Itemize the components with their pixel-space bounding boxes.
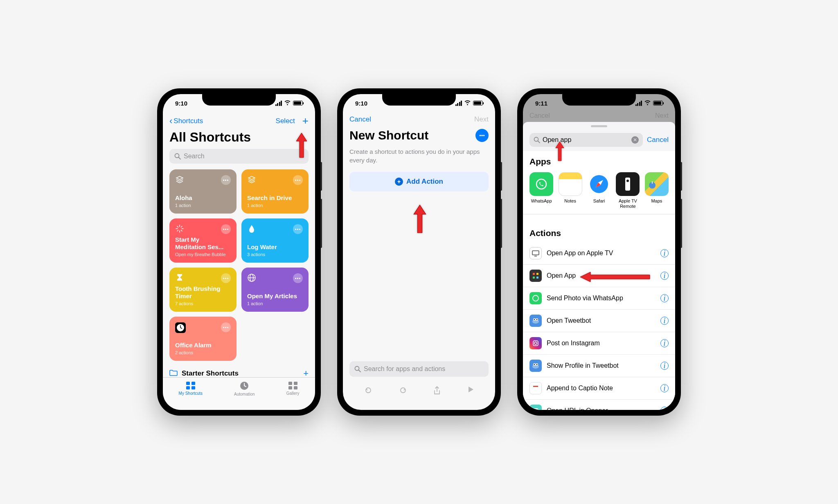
annotation-arrow-icon xyxy=(295,131,308,160)
next-button[interactable]: Next xyxy=(474,115,489,124)
add-action-button[interactable]: + Add Action xyxy=(349,172,489,191)
action-open-tweetbot[interactable]: Open Tweetbot i xyxy=(523,310,675,332)
undo-button[interactable] xyxy=(364,386,373,398)
svg-point-48 xyxy=(534,342,537,344)
opener-icon xyxy=(529,405,542,410)
action-show-profile-tweetbot[interactable]: Show Profile in Tweetbot i xyxy=(523,355,675,377)
globe-icon xyxy=(247,273,256,282)
svg-point-53 xyxy=(536,364,538,365)
svg-rect-22 xyxy=(288,382,292,385)
app-safari[interactable]: Safari xyxy=(587,172,611,209)
battery-icon xyxy=(293,101,303,106)
svg-line-27 xyxy=(359,370,361,372)
svg-point-45 xyxy=(534,319,535,320)
svg-point-41 xyxy=(533,295,538,301)
svg-rect-54 xyxy=(533,408,538,410)
svg-rect-35 xyxy=(532,251,539,255)
status-time: 9:10 xyxy=(355,100,367,107)
info-icon[interactable]: i xyxy=(660,362,669,370)
svg-rect-23 xyxy=(294,382,297,385)
redo-button[interactable] xyxy=(399,386,408,398)
info-icon[interactable]: i xyxy=(660,317,669,325)
shortcut-tile-meditation[interactable]: ••• Start My Meditation Ses...Open my Br… xyxy=(169,218,237,263)
svg-point-52 xyxy=(534,364,535,365)
gallery-icon xyxy=(288,381,298,390)
starter-shortcuts-label: Starter Shortcuts xyxy=(182,369,239,377)
shortcut-tile-tooth[interactable]: ••• Tooth Brushing Timer7 actions xyxy=(169,268,237,312)
add-folder-button[interactable]: + xyxy=(303,368,309,377)
play-button[interactable] xyxy=(467,386,474,398)
info-icon[interactable]: i xyxy=(660,249,669,257)
more-icon[interactable]: ••• xyxy=(221,224,231,234)
editor-toolbar xyxy=(343,382,495,410)
more-icon[interactable]: ••• xyxy=(221,322,231,332)
search-input[interactable]: Search for apps and actions xyxy=(349,361,489,377)
tab-gallery[interactable]: Gallery xyxy=(286,381,300,396)
shortcut-tile-water[interactable]: ••• Log Water3 actions xyxy=(241,218,309,263)
tab-automation[interactable]: Automation xyxy=(234,381,255,396)
whatsapp-icon xyxy=(529,292,542,304)
cellular-icon xyxy=(635,101,642,106)
tab-my-shortcuts[interactable]: My Shortcuts xyxy=(179,381,203,396)
app-appletv-remote[interactable]: Apple TV Remote xyxy=(616,172,640,209)
layers-icon xyxy=(247,175,256,184)
info-icon[interactable]: i xyxy=(660,294,669,302)
action-post-instagram[interactable]: Post on Instagram i xyxy=(523,332,675,355)
svg-rect-25 xyxy=(294,386,297,389)
action-append-captio[interactable]: Append to Captio Note i xyxy=(523,377,675,400)
search-icon xyxy=(174,153,181,160)
info-icon[interactable]: i xyxy=(660,339,669,347)
svg-point-49 xyxy=(532,364,539,369)
search-icon xyxy=(354,366,361,372)
info-icon[interactable]: i xyxy=(660,384,669,392)
whatsapp-icon xyxy=(529,172,553,196)
svg-rect-19 xyxy=(186,386,190,389)
remote-icon xyxy=(616,172,640,196)
cancel-button[interactable]: Cancel xyxy=(647,136,669,144)
more-icon[interactable]: ••• xyxy=(293,175,303,185)
annotation-arrow-icon xyxy=(554,140,566,169)
action-open-app-appletv[interactable]: Open App on Apple TV i xyxy=(523,242,675,265)
more-icon[interactable]: ••• xyxy=(221,273,231,283)
starter-shortcuts-row[interactable]: Starter Shortcuts + xyxy=(163,361,315,377)
wifi-icon xyxy=(284,100,291,106)
annotation-arrow-icon xyxy=(413,202,425,231)
more-icon[interactable]: ••• xyxy=(293,273,303,283)
battery-icon xyxy=(473,101,483,106)
add-shortcut-button[interactable]: + xyxy=(302,115,309,127)
shortcut-tile-aloha[interactable]: ••• Aloha1 action xyxy=(169,169,237,214)
cancel-button[interactable]: Cancel xyxy=(349,115,371,124)
layers-icon xyxy=(175,175,184,184)
add-action-label: Add Action xyxy=(406,178,443,186)
search-input[interactable]: Search xyxy=(169,149,309,164)
search-placeholder: Search for apps and actions xyxy=(364,365,445,373)
share-button[interactable] xyxy=(433,386,441,398)
more-button[interactable]: ••• xyxy=(475,129,489,142)
plus-icon: + xyxy=(395,178,403,186)
action-open-url-opener[interactable]: Open URL in Opener i xyxy=(523,400,675,410)
status-time: 9:11 xyxy=(535,100,547,107)
shortcut-tile-drive[interactable]: ••• Search in Drive1 action xyxy=(241,169,309,214)
back-button[interactable]: ‹ Shortcuts xyxy=(169,116,203,126)
select-button[interactable]: Select xyxy=(276,117,295,125)
app-whatsapp[interactable]: WhatsApp xyxy=(529,172,553,209)
info-icon[interactable]: i xyxy=(660,272,669,280)
clear-button[interactable]: ✕ xyxy=(631,136,639,144)
action-send-photo-whatsapp[interactable]: Send Photo via WhatsApp i xyxy=(523,287,675,310)
svg-point-33 xyxy=(626,180,629,182)
app-notes[interactable]: Notes xyxy=(558,172,582,209)
shortcut-tile-alarm[interactable]: ••• Office Alarm2 actions xyxy=(169,317,237,361)
shortcut-tile-articles[interactable]: ••• Open My Articles1 action xyxy=(241,268,309,312)
sheet-handle[interactable] xyxy=(591,125,607,127)
info-icon[interactable]: i xyxy=(660,407,669,410)
svg-line-1 xyxy=(179,158,181,160)
app-maps[interactable]: Maps xyxy=(645,172,669,209)
search-input[interactable]: ✕ xyxy=(529,133,643,147)
wifi-icon xyxy=(644,100,651,106)
more-icon[interactable]: ••• xyxy=(221,175,231,185)
chevron-left-icon: ‹ xyxy=(169,116,172,126)
tab-label: My Shortcuts xyxy=(179,391,203,396)
more-icon[interactable]: ••• xyxy=(293,224,303,234)
svg-point-30 xyxy=(536,179,546,189)
nav-bar: ‹ Shortcuts Select + xyxy=(163,112,315,129)
